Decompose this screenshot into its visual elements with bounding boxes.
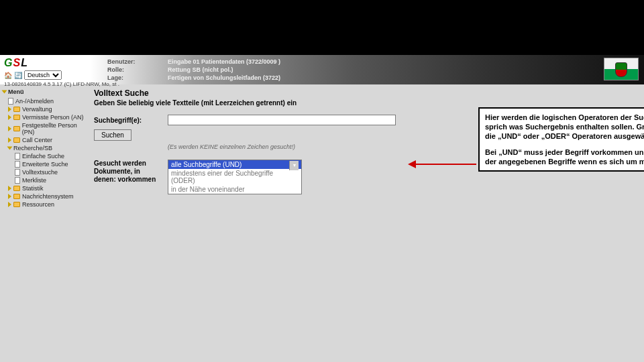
sidebar-item[interactable]: Vermisste Person (AN)	[3, 113, 89, 121]
chevron-right-icon	[8, 194, 11, 199]
folder-icon	[13, 194, 20, 199]
file-icon	[15, 161, 20, 168]
annotation-arrow	[408, 160, 476, 168]
sidebar-list: An-/AbmeldenVerwaltungVermisste Person (…	[3, 97, 89, 208]
folder-icon	[13, 202, 20, 207]
sidebar: Menü An-/AbmeldenVerwaltungVermisste Per…	[0, 84, 91, 362]
folder-icon	[13, 115, 20, 120]
chevron-right-icon	[8, 186, 11, 191]
chevron-right-icon	[8, 202, 11, 207]
sidebar-item[interactable]: Verwaltung	[3, 105, 89, 113]
chevron-right-icon	[8, 126, 11, 131]
file-icon	[15, 153, 20, 160]
sidebar-item[interactable]: Erweiterte Suche	[3, 160, 89, 168]
folder-icon	[13, 137, 20, 143]
chevron-down-icon	[2, 90, 7, 94]
header-label-column: Benutzer: Rolle: Lage:	[107, 58, 136, 82]
chevron-right-icon	[8, 107, 11, 112]
language-select[interactable]: Deutsch	[24, 70, 62, 80]
slide-top-gap	[0, 0, 644, 55]
sidebar-item-label: Einfache Suche	[22, 153, 64, 160]
sidebar-item[interactable]: Statistik	[3, 184, 89, 192]
menu-heading[interactable]: Menü	[3, 88, 89, 95]
main-content: Volltext Suche Geben Sie beliebig viele …	[91, 84, 644, 362]
callout-paragraph: Hier werden die logischen Operatoren der…	[485, 113, 644, 141]
chevron-down-icon	[7, 147, 13, 150]
page-subtitle: Geben Sie beliebig viele Textteile (mit …	[94, 99, 644, 107]
sidebar-item-label: Verwaltung	[22, 106, 52, 113]
file-icon	[15, 177, 20, 184]
header-situation-value: Fertigen von Schulungsleitfaden (3722)	[168, 74, 280, 82]
header-user-label: Benutzer:	[107, 58, 136, 66]
sidebar-item[interactable]: Merkliste	[3, 176, 89, 184]
folder-icon	[13, 107, 20, 112]
operator-option[interactable]: in der Nähe voneinander	[168, 185, 301, 194]
header-value-column: Eingabe 01 Patientendaten (3722/0009 ) R…	[168, 58, 280, 82]
chevron-down-icon: ▾	[289, 161, 299, 170]
sidebar-item-label: Ressourcen	[22, 201, 54, 208]
header-role-value: Rettung SB (nicht pol.)	[168, 66, 280, 74]
header-user-value: Eingabe 01 Patientendaten (3722/0009 )	[168, 58, 280, 66]
app-logo: GSL	[4, 57, 119, 69]
sidebar-item-label: Erweiterte Suche	[22, 161, 68, 168]
header-role-label: Rolle:	[107, 66, 136, 74]
sidebar-item[interactable]: Volltextsuche	[3, 168, 89, 176]
refresh-icon[interactable]: 🔄	[14, 72, 22, 79]
sidebar-item-label: Call Center	[22, 137, 52, 143]
sidebar-item[interactable]: Call Center	[3, 136, 89, 144]
sidebar-item-label: Merkliste	[22, 177, 46, 184]
sidebar-item-label: Volltextsuche	[22, 169, 58, 176]
sidebar-item-label: Statistik	[22, 185, 44, 192]
operator-select[interactable]: ▾alle Suchbegriffe (UND) mindestens eine…	[168, 160, 302, 194]
sidebar-item[interactable]: Nachrichtensystem	[3, 192, 89, 200]
operator-option[interactable]: mindestens einer der Suchbegriffe (ODER)	[168, 169, 301, 185]
nrw-flag	[604, 58, 639, 80]
sidebar-item[interactable]: Festgestellte Person (PN)	[3, 121, 89, 136]
header-situation-label: Lage:	[107, 74, 136, 82]
search-button[interactable]: Suchen	[94, 129, 131, 141]
app-header: GSL 🏠 🔄 Deutsch 13-0826140839 4.5 3.17 (…	[0, 55, 644, 84]
search-input[interactable]	[168, 115, 396, 125]
sidebar-item-label: An-/Abmelden	[15, 98, 54, 105]
sidebar-item[interactable]: Recherche/SB	[3, 144, 89, 152]
sidebar-item[interactable]: Ressourcen	[3, 200, 89, 208]
folder-icon	[13, 186, 20, 191]
search-label: Suchbegriff(e):	[94, 117, 161, 124]
chevron-right-icon	[8, 115, 11, 120]
sidebar-item-label: Nachrichtensystem	[22, 193, 74, 200]
file-icon	[15, 169, 20, 176]
chevron-right-icon	[8, 137, 11, 143]
home-icon[interactable]: 🏠	[4, 72, 12, 79]
sidebar-item[interactable]: An-/Abmelden	[3, 97, 89, 105]
file-icon	[8, 98, 13, 105]
sidebar-item-label: Vermisste Person (AN)	[22, 114, 84, 121]
annotation-callout: Hier werden die logischen Operatoren der…	[478, 107, 644, 172]
sidebar-item[interactable]: Einfache Suche	[3, 152, 89, 160]
callout-paragraph: Bei „UND“ muss jeder Begriff vorkommen u…	[485, 147, 644, 166]
sidebar-item-label: Recherche/SB	[13, 145, 52, 152]
page-title: Volltext Suche	[94, 88, 644, 98]
sidebar-item-label: Festgestellte Person (PN)	[22, 122, 89, 135]
folder-icon	[13, 126, 20, 131]
operator-label: Gesucht werden Dokumente, in denen: vork…	[94, 160, 161, 184]
